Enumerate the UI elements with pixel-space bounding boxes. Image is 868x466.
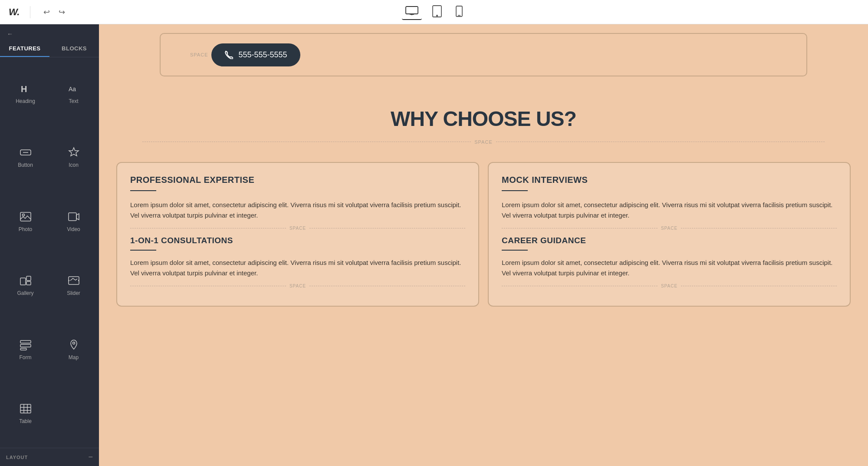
undo-button[interactable]: ↩ xyxy=(41,6,53,19)
sidebar-item-button[interactable]: Button xyxy=(2,125,49,188)
sidebar-item-icon[interactable]: Icon xyxy=(50,125,97,188)
sidebar-item-text-label: Text xyxy=(69,98,78,104)
card-divider-1 xyxy=(130,190,156,191)
tablet-view-button[interactable] xyxy=(429,3,445,21)
svg-rect-5 xyxy=(456,6,462,17)
sidebar-layout-collapse-button[interactable]: − xyxy=(88,453,93,462)
mobile-view-button[interactable] xyxy=(452,4,466,20)
feature-cards-grid: PROFESSIONAL EXPERTISE Lorem ipsum dolor… xyxy=(99,162,868,307)
sidebar-item-video-label: Video xyxy=(67,226,80,232)
back-arrow-icon: ← xyxy=(7,30,13,37)
card-text-mock: Lorem ipsum dolor sit amet, consectetur … xyxy=(502,200,837,221)
canvas-content: SPACE 555-555-5555 WHY CHOOSE US? SPACE xyxy=(99,24,868,466)
tab-features[interactable]: FEATURES xyxy=(0,41,49,57)
sidebar-item-video[interactable]: Video xyxy=(50,189,97,252)
card-subdivider-1 xyxy=(130,250,156,251)
sidebar-item-slider[interactable]: Slider xyxy=(50,253,97,317)
space-label-why: SPACE xyxy=(142,139,825,145)
phone-button[interactable]: 555-555-5555 xyxy=(211,43,300,66)
sidebar-item-map[interactable]: Map xyxy=(50,317,97,380)
phone-section-border: SPACE 555-555-5555 xyxy=(160,33,807,76)
feature-card-professional: PROFESSIONAL EXPERTISE Lorem ipsum dolor… xyxy=(116,162,479,307)
feature-card-mock: MOCK INTERVIEWS Lorem ipsum dolor sit am… xyxy=(488,162,851,307)
svg-rect-0 xyxy=(406,7,418,14)
svg-text:H: H xyxy=(21,84,27,94)
card-space-2b: SPACE xyxy=(502,284,837,288)
section-why: WHY CHOOSE US? SPACE xyxy=(99,89,868,162)
sidebar-tabs: FEATURES BLOCKS xyxy=(0,41,99,57)
main-layout: ← FEATURES BLOCKS H Heading Aa Text xyxy=(0,24,868,466)
card-subtitle-consultations: 1-ON-1 CONSULTATIONS xyxy=(130,236,465,245)
sidebar: ← FEATURES BLOCKS H Heading Aa Text xyxy=(0,24,99,466)
top-bar: W. ↩ ↪ xyxy=(0,0,868,24)
svg-rect-16 xyxy=(26,281,31,285)
sidebar-item-photo-label: Photo xyxy=(19,226,32,232)
desktop-view-button[interactable] xyxy=(402,4,422,20)
sidebar-item-form-label: Form xyxy=(20,354,32,360)
svg-rect-11 xyxy=(20,212,31,221)
sidebar-item-table[interactable]: Table xyxy=(2,381,49,445)
card-divider-2 xyxy=(502,190,528,191)
sidebar-item-text[interactable]: Aa Text xyxy=(50,61,97,124)
card-space-2: SPACE xyxy=(502,226,837,231)
svg-rect-14 xyxy=(20,278,26,285)
device-switcher xyxy=(402,3,466,21)
sidebar-items-grid: H Heading Aa Text Button xyxy=(0,57,99,448)
sidebar-item-gallery[interactable]: Gallery xyxy=(2,253,49,317)
svg-point-4 xyxy=(437,15,437,16)
card-title-professional: PROFESSIONAL EXPERTISE xyxy=(130,175,465,185)
card-space-1: SPACE xyxy=(130,226,465,231)
sidebar-layout-section: LAYOUT − xyxy=(0,448,99,466)
sidebar-item-button-label: Button xyxy=(18,162,33,168)
space-label-top: SPACE xyxy=(187,52,211,57)
card-text-professional: Lorem ipsum dolor sit amet, consectetur … xyxy=(130,200,465,221)
logo: W. xyxy=(9,7,20,18)
sidebar-item-form[interactable]: Form xyxy=(2,317,49,380)
svg-point-23 xyxy=(72,342,75,344)
redo-button[interactable]: ↪ xyxy=(56,6,68,19)
why-title: WHY CHOOSE US? xyxy=(142,107,825,131)
svg-rect-24 xyxy=(20,404,31,413)
sidebar-item-map-label: Map xyxy=(69,354,79,360)
svg-rect-20 xyxy=(20,340,31,343)
svg-rect-22 xyxy=(20,348,26,350)
card-text-career: Lorem ipsum dolor sit amet, consectetur … xyxy=(502,258,837,278)
card-subdivider-2 xyxy=(502,250,528,251)
svg-rect-15 xyxy=(26,276,31,281)
sidebar-item-icon-label: Icon xyxy=(69,162,79,168)
svg-point-12 xyxy=(22,214,24,216)
section-phone: SPACE 555-555-5555 xyxy=(99,24,868,89)
svg-text:Aa: Aa xyxy=(69,86,76,93)
card-text-consultations: Lorem ipsum dolor sit amet, consectetur … xyxy=(130,258,465,278)
top-bar-actions: ↩ ↪ xyxy=(41,6,68,19)
svg-rect-13 xyxy=(69,213,76,221)
card-space-1b: SPACE xyxy=(130,284,465,288)
card-subtitle-career: CAREER GUIDANCE xyxy=(502,236,837,245)
sidebar-item-heading[interactable]: H Heading xyxy=(2,61,49,124)
card-title-mock: MOCK INTERVIEWS xyxy=(502,175,837,185)
sidebar-item-table-label: Table xyxy=(19,418,32,424)
tab-blocks[interactable]: BLOCKS xyxy=(49,41,99,57)
svg-rect-17 xyxy=(69,277,79,284)
sidebar-layout-label: LAYOUT xyxy=(6,455,28,460)
sidebar-back-button[interactable]: ← xyxy=(0,24,99,41)
svg-rect-21 xyxy=(20,344,31,347)
divider xyxy=(30,6,30,18)
sidebar-item-heading-label: Heading xyxy=(16,98,35,104)
phone-number-text: 555-555-5555 xyxy=(238,50,287,59)
sidebar-item-slider-label: Slider xyxy=(67,290,80,296)
canvas: SPACE 555-555-5555 WHY CHOOSE US? SPACE xyxy=(99,24,868,466)
sidebar-item-photo[interactable]: Photo xyxy=(2,189,49,252)
sidebar-item-gallery-label: Gallery xyxy=(17,290,33,296)
